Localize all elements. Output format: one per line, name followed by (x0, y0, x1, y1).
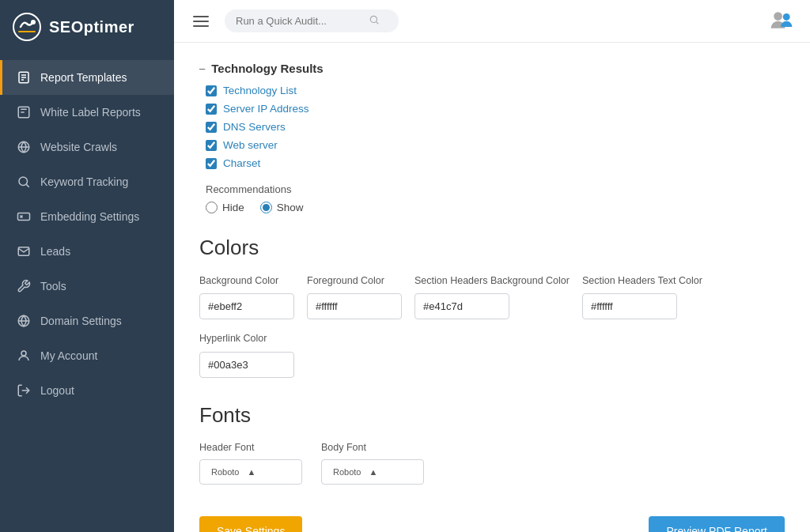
svg-line-10 (26, 184, 28, 187)
topbar (174, 0, 810, 43)
section-headers-bg-label: Section Headers Background Color (414, 274, 570, 287)
checkbox-technology-list-input[interactable] (206, 85, 217, 96)
footer-buttons: Save Settings Preview PDF Report (199, 516, 785, 533)
recommendations-label: Recommendations (206, 183, 785, 195)
fonts-row: Header Font Roboto ▲ Body Font Roboto ▲ (199, 442, 785, 485)
sidebar-item-report-templates[interactable]: Report Templates (0, 60, 174, 95)
technology-results-title: Technology Results (211, 62, 323, 75)
sidebar-item-domain-settings[interactable]: Domain Settings (0, 304, 174, 338)
color-field-foreground: Foreground Color (307, 274, 402, 319)
color-field-hyperlink: Hyperlink Color (199, 332, 294, 377)
svg-point-1 (31, 20, 36, 25)
fg-color-input[interactable] (307, 293, 402, 319)
sidebar-nav: Report Templates White Label Reports Web… (0, 54, 174, 532)
radio-hide[interactable]: Hide (206, 202, 244, 213)
tools-icon (17, 279, 31, 293)
checkbox-web-server[interactable]: Web server (206, 139, 785, 151)
technology-results-header: – Technology Results (199, 62, 785, 75)
hyperlink-color-input[interactable] (199, 352, 294, 378)
sidebar-logo: SEOptimer (0, 0, 174, 54)
technology-checkbox-list: Technology List Server IP Address DNS Se… (206, 85, 785, 169)
recommendations-radio-group: Hide Show (206, 202, 785, 213)
user-avatar-icon[interactable] (769, 7, 794, 32)
header-font-label: Header Font (199, 442, 302, 453)
fonts-section: Fonts Header Font Roboto ▲ Body Font Rob… (199, 403, 785, 485)
technology-results-section: – Technology Results Technology List Ser… (199, 62, 785, 213)
sidebar-item-white-label-reports[interactable]: White Label Reports (0, 95, 174, 130)
svg-point-17 (21, 351, 26, 356)
website-crawls-icon (17, 140, 31, 154)
save-settings-button[interactable]: Save Settings (199, 516, 302, 533)
sidebar-item-logout[interactable]: Logout (0, 373, 174, 408)
logo-text: SEOptimer (49, 18, 134, 36)
embedding-settings-icon (17, 209, 31, 224)
header-font-select[interactable]: Roboto ▲ (199, 459, 302, 485)
checkbox-charset-input[interactable] (206, 158, 217, 169)
hamburger-button[interactable] (190, 13, 212, 30)
sidebar-item-leads[interactable]: Leads (0, 234, 174, 269)
bg-color-label: Background Color (199, 274, 294, 287)
radio-show[interactable]: Show (260, 202, 304, 213)
bg-color-input[interactable] (199, 293, 294, 319)
content-area: – Technology Results Technology List Ser… (174, 43, 810, 532)
checkbox-technology-list[interactable]: Technology List (206, 85, 785, 96)
font-field-header: Header Font Roboto ▲ (199, 442, 302, 485)
radio-show-input[interactable] (260, 202, 272, 213)
preview-pdf-button[interactable]: Preview PDF Report (649, 516, 785, 533)
search-input[interactable] (236, 15, 362, 27)
logout-icon (17, 383, 31, 398)
color-fields-row: Background Color Foreground Color Sectio… (199, 274, 785, 378)
hyperlink-color-label: Hyperlink Color (199, 332, 294, 345)
section-headers-bg-input[interactable] (414, 293, 509, 319)
svg-point-22 (783, 13, 790, 21)
svg-line-20 (377, 22, 379, 25)
leads-icon (17, 244, 31, 258)
checkbox-server-ip[interactable]: Server IP Address (206, 103, 785, 115)
white-label-icon (17, 105, 31, 119)
color-field-section-headers-text: Section Headers Text Color (582, 274, 702, 319)
colors-section: Colors Background Color Foreground Color… (199, 236, 785, 378)
main-area: – Technology Results Technology List Ser… (174, 0, 810, 532)
seoptimer-logo-icon (13, 13, 41, 41)
sidebar: SEOptimer Report Templates White Label R… (0, 0, 174, 532)
my-account-icon (17, 349, 31, 363)
collapse-button[interactable]: – (199, 62, 205, 74)
search-bar[interactable] (225, 9, 399, 32)
sidebar-item-embedding-settings[interactable]: Embedding Settings (0, 199, 174, 234)
checkbox-server-ip-input[interactable] (206, 104, 217, 115)
section-headers-text-label: Section Headers Text Color (582, 274, 702, 287)
svg-point-21 (774, 12, 782, 21)
sidebar-item-tools[interactable]: Tools (0, 269, 174, 304)
fg-color-label: Foreground Color (307, 274, 402, 287)
checkbox-dns-servers[interactable]: DNS Servers (206, 121, 785, 133)
radio-hide-input[interactable] (206, 202, 218, 213)
sidebar-item-my-account[interactable]: My Account (0, 338, 174, 373)
report-templates-icon (17, 70, 31, 85)
domain-settings-icon (17, 314, 31, 328)
svg-point-19 (370, 16, 377, 22)
svg-point-0 (13, 13, 40, 40)
color-field-section-headers-bg: Section Headers Background Color (414, 274, 570, 319)
fonts-title: Fonts (199, 403, 785, 428)
sidebar-item-website-crawls[interactable]: Website Crawls (0, 130, 174, 164)
body-font-select[interactable]: Roboto ▲ (321, 459, 424, 485)
svg-point-9 (19, 177, 28, 186)
font-field-body: Body Font Roboto ▲ (321, 442, 424, 485)
colors-title: Colors (199, 236, 785, 260)
color-field-background: Background Color (199, 274, 294, 319)
search-icon (369, 14, 380, 28)
body-font-label: Body Font (321, 442, 424, 453)
keyword-tracking-icon (17, 175, 31, 189)
checkbox-web-server-input[interactable] (206, 140, 217, 151)
checkbox-charset[interactable]: Charset (206, 157, 785, 169)
sidebar-item-keyword-tracking[interactable]: Keyword Tracking (0, 164, 174, 199)
svg-rect-11 (18, 213, 30, 221)
topbar-right (769, 7, 794, 36)
section-headers-text-input[interactable] (582, 293, 677, 319)
checkbox-dns-servers-input[interactable] (206, 122, 217, 133)
